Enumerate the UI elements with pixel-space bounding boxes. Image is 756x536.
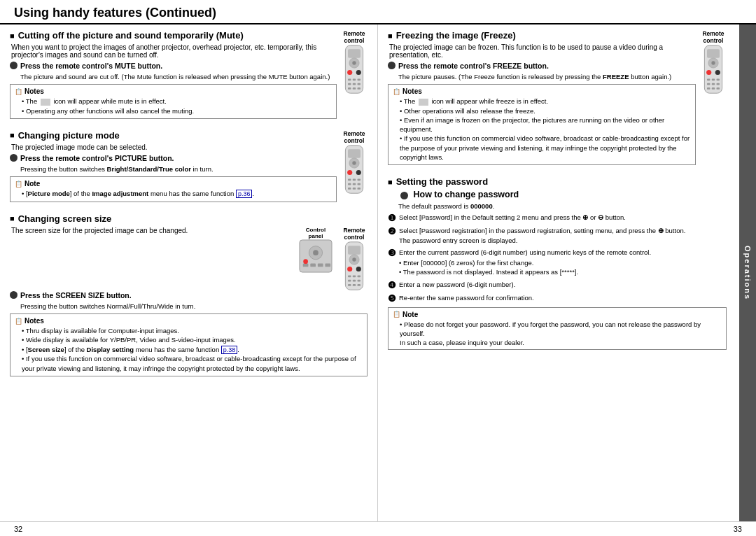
svg-rect-1: [348, 49, 360, 58]
right-page-number: 33: [734, 525, 742, 533]
svg-rect-22: [353, 178, 356, 181]
step2-num: ❷: [388, 226, 396, 237]
picture-mode-bullet-icon: [10, 154, 18, 162]
screen-size-remote-wrapper: Remotecontrol: [341, 227, 368, 291]
password-note-title: Note: [393, 311, 722, 318]
mute-remote-label: Remotecontrol: [343, 30, 365, 44]
mute-notes-box: Notes The icon will appear while mute is…: [10, 84, 337, 119]
picture-mode-note1: [Picture mode] of the Image adjustment m…: [22, 189, 332, 199]
default-password-pre: The default password is: [398, 202, 470, 210]
freeze-note4: If you use this function on commercial v…: [400, 134, 691, 162]
mute-note2: Operating any other functions will also …: [22, 106, 332, 115]
mute-notes-title: Notes: [15, 87, 332, 95]
svg-rect-51: [353, 284, 356, 286]
mute-desc: When you want to project the images of a…: [11, 43, 337, 59]
how-to-change-password-label: How to change password: [413, 190, 519, 199]
mute-bullet-row: Press the remote control's MUTE button.: [10, 62, 337, 70]
section-picture-mode: Changing picture mode The projected imag…: [10, 130, 368, 205]
screen-size-note4: If you use this function on commercial v…: [22, 354, 363, 373]
picture-mode-bullet-row: Press the remote control's PICTURE butto…: [10, 154, 337, 162]
svg-rect-66: [712, 87, 715, 90]
svg-point-56: [711, 61, 715, 64]
svg-rect-65: [707, 87, 710, 90]
password-section-title: Setting the password: [388, 176, 727, 187]
password-bullet-icon: [400, 192, 408, 199]
screen-size-control-label: Controlpanel: [306, 227, 326, 239]
step3-sub-container: • Enter [000000] (6 zeros) for the first…: [399, 258, 727, 277]
picture-mode-remote-svg: [341, 144, 368, 195]
freeze-notes-box: Notes The icon will appear while freeze …: [388, 84, 696, 165]
step2-content: Select [Password registration] in the pa…: [399, 226, 727, 245]
svg-point-4: [347, 70, 352, 75]
svg-point-3: [352, 61, 356, 64]
freeze-note3: Even if an image is frozen on the projec…: [400, 115, 691, 134]
mute-bullet-label: Press the remote control's MUTE button.: [20, 62, 162, 70]
step4-num: ❹: [388, 280, 396, 291]
svg-rect-28: [353, 188, 356, 190]
picture-mode-with-remote: Changing picture mode The projected imag…: [10, 130, 368, 205]
svg-point-41: [352, 258, 356, 261]
screen-size-note3-bold: Screen size: [28, 346, 64, 353]
svg-rect-24: [348, 183, 351, 185]
how-to-change-password-title: How to change password: [400, 190, 727, 199]
svg-rect-16: [348, 149, 360, 158]
screen-size-control-svg: [299, 239, 332, 273]
freeze-title: Freezing the image (Freeze): [388, 30, 696, 41]
step1-btn2: ⊖: [598, 213, 603, 221]
svg-rect-23: [358, 178, 361, 181]
screen-size-note2: Wide display is available for Y/PB/PR, V…: [22, 335, 363, 344]
password-note1: Please do not forget your password. If y…: [400, 320, 722, 339]
screen-size-bullet-icon: [10, 291, 18, 299]
step5-content: Re-enter the same password for confirmat…: [399, 293, 727, 302]
svg-rect-10: [353, 83, 356, 85]
svg-rect-54: [707, 49, 720, 58]
screen-size-link[interactable]: p.38: [221, 346, 238, 354]
mute-remote-wrapper: Remotecontrol: [341, 30, 368, 94]
step5-num: ❺: [388, 293, 396, 304]
svg-rect-9: [348, 83, 351, 85]
freeze-note2: Other operations will also release the f…: [400, 106, 691, 115]
mute-content: Cutting off the picture and sound tempor…: [10, 30, 337, 122]
freeze-bullet-label: Press the remote control's FREEZE button…: [398, 62, 549, 70]
picture-mode-note-bold: Picture mode: [28, 190, 70, 197]
section-freeze: Freezing the image (Freeze) The projecte…: [388, 30, 727, 168]
page-container: Using handy features (Continued) Cutting…: [0, 0, 756, 536]
svg-rect-36: [325, 263, 330, 267]
mute-sub-text: The picture and sound are cut off. (The …: [20, 72, 337, 81]
svg-rect-60: [712, 79, 715, 81]
picture-mode-bullet-label: Press the remote control's PICTURE butto…: [20, 154, 174, 162]
page-title: Using handy features (Continued): [14, 6, 742, 20]
picture-mode-bold1: Bright/Standard/True color: [107, 165, 191, 173]
right-column: Freezing the image (Freeze) The projecte…: [378, 24, 756, 521]
page-footer: 32 33: [0, 521, 756, 536]
svg-rect-67: [717, 87, 720, 90]
mute-bullet-icon: [10, 62, 18, 69]
screen-size-control-panel-wrapper: Controlpanel: [299, 227, 332, 273]
section-screen-size: Changing screen size The screen size for…: [10, 213, 368, 376]
screen-size-notes-box: Notes Thru display is available for Comp…: [10, 313, 368, 376]
svg-rect-64: [717, 83, 720, 85]
svg-rect-61: [717, 79, 720, 81]
screen-size-remote-svg: [341, 241, 368, 291]
section-mute: Cutting off the picture and sound tempor…: [10, 30, 368, 122]
freeze-remote-label: Remotecontrol: [702, 30, 724, 44]
svg-rect-29: [358, 188, 361, 190]
picture-mode-link[interactable]: p.36: [236, 190, 253, 198]
default-password-text: The default password is 000000.: [398, 202, 727, 211]
screen-size-note3-bold2: Display setting: [87, 346, 134, 353]
step3-sub2: • The password is not displayed. Instead…: [399, 267, 727, 276]
step3-text: Enter the current password (6-digit numb…: [399, 248, 651, 256]
step2-btn: ⊕: [658, 227, 664, 234]
screen-size-bullet-row: Press the SCREEN SIZE button.: [10, 291, 368, 299]
step5-row: ❺ Re-enter the same password for confirm…: [388, 293, 727, 304]
svg-rect-27: [348, 188, 351, 190]
freeze-sub-text: The picture pauses. (The Freeze function…: [398, 72, 696, 81]
picture-mode-desc: The projected image mode can be selected…: [11, 143, 337, 151]
screen-size-notes-title: Notes: [15, 317, 363, 325]
picture-mode-sub-text: Pressing the button switches Bright/Stan…: [20, 164, 337, 174]
mute-title: Cutting off the picture and sound tempor…: [10, 30, 337, 41]
section-password: Setting the password How to change passw…: [388, 176, 727, 349]
freeze-bullet-row: Press the remote control's FREEZE button…: [388, 62, 696, 70]
screen-size-sub-text: Pressing the button switches Normal/Full…: [20, 302, 368, 311]
left-column: Cutting off the picture and sound tempor…: [0, 24, 378, 521]
